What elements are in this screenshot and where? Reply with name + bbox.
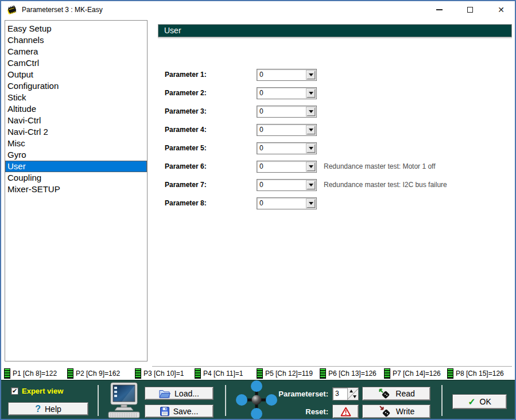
load-button[interactable]: Load... [145, 387, 214, 400]
combo-value: 0 [257, 89, 306, 97]
parameter-row: Parameter 5: 0 [165, 139, 447, 157]
led-icon [384, 368, 390, 379]
warning-icon [340, 407, 351, 417]
sidebar-item-gyro[interactable]: Gyro [5, 149, 147, 161]
led-icon [135, 368, 141, 379]
bottom-toolbar: ✔ Expert view ? Help [1, 380, 515, 420]
combo-value: 0 [257, 126, 306, 134]
arrow-down-icon[interactable] [353, 395, 356, 398]
chip-icon [6, 5, 17, 15]
save-button-label: Save... [173, 407, 199, 416]
sidebar-item-camctrl[interactable]: CamCtrl [5, 57, 147, 69]
maximize-button[interactable] [464, 4, 476, 15]
parameter-6-combobox[interactable]: 0 [257, 161, 317, 173]
status-value: P2 [Ch 9]=162 [76, 370, 120, 378]
led-icon [67, 368, 73, 379]
parameter-6-label: Parameter 6: [165, 162, 257, 170]
status-value: P4 [Ch 11]=1 [203, 370, 243, 378]
chevron-down-icon[interactable] [306, 107, 316, 116]
app-window: Parameterset 3 : MK-Easy ✕ Easy Setup Ch… [0, 0, 516, 420]
sidebar-item-camera[interactable]: Camera [5, 46, 147, 57]
help-button[interactable]: ? Help [8, 402, 88, 415]
sidebar-item-mixer-setup[interactable]: Mixer-SETUP [5, 184, 147, 195]
chevron-down-icon[interactable] [306, 143, 316, 153]
parameter-4-combobox[interactable]: 0 [257, 124, 317, 136]
read-button[interactable]: Read [362, 387, 430, 400]
led-icon [195, 368, 201, 379]
sidebar-item-output[interactable]: Output [5, 69, 147, 80]
status-p2: P2 [Ch 9]=162 [67, 368, 120, 379]
floppy-disk-icon [160, 407, 169, 416]
spinner-arrows[interactable] [347, 388, 358, 400]
question-mark-icon: ? [35, 404, 41, 414]
parameter-5-combobox[interactable]: 0 [257, 142, 317, 154]
led-icon [257, 368, 263, 379]
parameter-7-label: Parameter 7: [165, 181, 257, 189]
folder-open-icon [159, 389, 170, 398]
sidebar-item-coupling[interactable]: Coupling [5, 172, 147, 184]
ok-button[interactable]: ✓ OK [452, 394, 507, 409]
sidebar-item-altitude[interactable]: Altitude [5, 103, 147, 115]
chevron-down-icon[interactable] [306, 180, 316, 190]
parameter-3-label: Parameter 3: [165, 107, 257, 115]
reset-button[interactable] [332, 405, 359, 418]
minimize-button[interactable] [433, 4, 445, 15]
combo-value: 0 [257, 162, 306, 170]
parameter-8-combobox[interactable]: 0 [257, 197, 317, 209]
parameter-row: Parameter 6: 0 Redundance master test: M… [165, 157, 447, 176]
close-button[interactable]: ✕ [495, 4, 507, 15]
sidebar-item-navi-ctrl-2[interactable]: Navi-Ctrl 2 [5, 126, 147, 138]
settings-listbox: Easy Setup Channels Camera CamCtrl Outpu… [5, 20, 148, 361]
chevron-down-icon[interactable] [306, 199, 316, 208]
parameter-form: Parameter 1: 0 Parameter 2: 0 Parameter … [165, 65, 447, 212]
toolbar-separator [225, 385, 226, 416]
write-button[interactable]: Write [362, 405, 430, 418]
save-button[interactable]: Save... [145, 405, 214, 418]
parameter-row: Parameter 3: 0 [165, 102, 447, 120]
expert-view-checkbox[interactable]: ✔ [11, 387, 18, 395]
chevron-down-icon[interactable] [306, 70, 316, 80]
close-icon: ✕ [498, 6, 505, 14]
titlebar[interactable]: Parameterset 3 : MK-Easy ✕ [1, 1, 515, 18]
chevron-down-icon[interactable] [306, 88, 316, 98]
terminal-monitor-icon[interactable] [108, 382, 140, 418]
parameter-1-combobox[interactable]: 0 [257, 69, 317, 81]
page-title: User [158, 24, 512, 37]
sidebar-item-navi-ctrl[interactable]: Navi-Ctrl [5, 115, 147, 126]
led-icon [4, 368, 10, 379]
parameter-1-label: Parameter 1: [165, 71, 257, 79]
sidebar-item-stick[interactable]: Stick [5, 92, 147, 103]
parameter-row: Parameter 7: 0 Redundance master test: I… [165, 176, 447, 194]
maximize-icon [467, 7, 473, 13]
parameter-row: Parameter 1: 0 [165, 65, 447, 84]
parameterset-value: 3 [333, 388, 347, 400]
parameter-5-label: Parameter 5: [165, 144, 257, 152]
panel-divider [152, 366, 512, 367]
status-value: P7 [Ch 14]=126 [393, 370, 441, 378]
parameter-note: Redundance master test: I2C bus failure [324, 181, 447, 189]
arrow-up-icon[interactable] [350, 390, 353, 392]
toolbar-separator [441, 385, 443, 416]
sidebar-item-easy-setup[interactable]: Easy Setup [5, 23, 147, 34]
parameter-2-combobox[interactable]: 0 [257, 87, 317, 99]
window-title: Parameterset 3 : MK-Easy [22, 6, 103, 14]
reset-label: Reset: [265, 407, 328, 416]
combo-value: 0 [257, 181, 306, 189]
sidebar-item-user[interactable]: User [5, 161, 147, 172]
status-p1: P1 [Ch 8]=122 [4, 368, 57, 379]
chevron-down-icon[interactable] [306, 162, 316, 172]
status-p4: P4 [Ch 11]=1 [195, 368, 243, 379]
write-button-label: Write [396, 407, 414, 416]
toolbar-separator [98, 385, 99, 416]
chevron-down-icon[interactable] [306, 125, 316, 135]
sidebar-item-channels[interactable]: Channels [5, 34, 147, 46]
sidebar-item-configuration[interactable]: Configuration [5, 80, 147, 92]
parameter-3-combobox[interactable]: 0 [257, 106, 317, 118]
ok-button-label: OK [480, 397, 491, 406]
help-button-label: Help [45, 405, 61, 414]
status-value: P1 [Ch 8]=122 [13, 370, 57, 378]
sidebar-item-misc[interactable]: Misc [5, 138, 147, 149]
parameter-7-combobox[interactable]: 0 [257, 179, 317, 191]
parameterset-spinner[interactable]: 3 [332, 387, 359, 400]
chip-read-icon [378, 388, 391, 400]
